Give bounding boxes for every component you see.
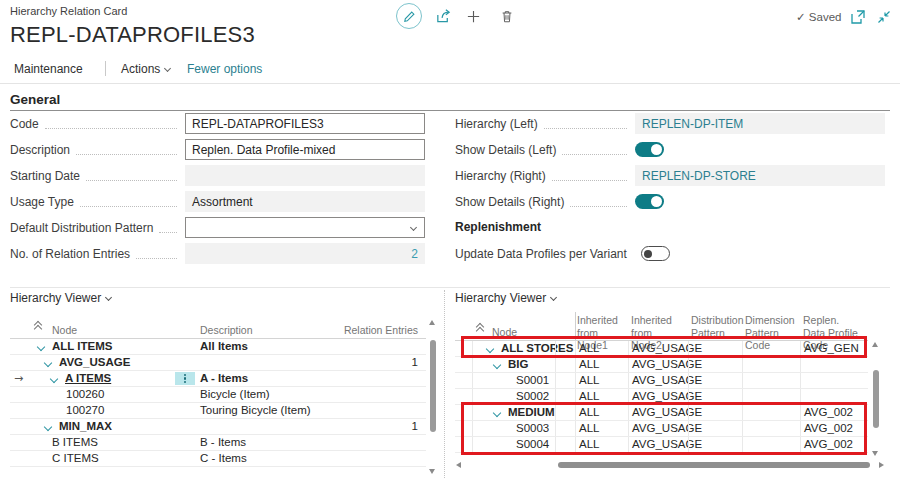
scroll-left-arrow[interactable]: [456, 462, 461, 468]
open-in-window-button[interactable]: [850, 9, 865, 24]
collapse-all-icon[interactable]: [34, 321, 44, 331]
share-icon: [435, 8, 452, 24]
tree-row-100270[interactable]: 100270 Touring Bicycle (Item): [10, 403, 426, 419]
section-divider: [10, 110, 890, 111]
show-details-right-toggle[interactable]: [635, 194, 664, 209]
collapse-page-button[interactable]: [876, 9, 891, 24]
save-status-label: Saved: [809, 11, 842, 23]
field-code: Code REPL-DATAPROFILES3: [10, 113, 425, 134]
page-title: REPL-DATAPROFILES3: [10, 22, 255, 48]
usage-type-field: Assortment: [185, 191, 425, 212]
field-relation-entries-label: No. of Relation Entries: [10, 247, 130, 261]
menu-actions[interactable]: Actions: [121, 62, 170, 76]
tree-row-min-max[interactable]: MIN_MAX 1: [10, 419, 426, 435]
tree-row-c-items[interactable]: C ITEMS C - Items: [10, 451, 426, 467]
scroll-down-arrow[interactable]: [429, 469, 435, 474]
field-description: Description Replen. Data Profile-mixed: [10, 139, 425, 160]
field-default-distribution-pattern: Default Distribution Pattern: [10, 217, 425, 238]
left-table-vscrollbar[interactable]: [429, 318, 437, 476]
col-node[interactable]: Node: [52, 324, 77, 337]
field-hierarchy-left: Hierarchy (Left) REPLEN-DP-ITEM: [455, 113, 885, 134]
scroll-down-arrow[interactable]: [872, 451, 878, 456]
field-show-details-right-label: Show Details (Right): [455, 195, 564, 209]
menu-fewer-options[interactable]: Fewer options: [187, 62, 262, 76]
update-profiles-toggle[interactable]: [641, 246, 670, 261]
right-table-vscrollbar[interactable]: [872, 340, 880, 458]
node-label: 100270: [66, 403, 104, 418]
menu-divider: [105, 61, 106, 76]
field-ddp-label: Default Distribution Pattern: [10, 221, 153, 235]
tree-row-all-items[interactable]: ALL ITEMS All Items: [10, 339, 426, 355]
subsection-replenishment: Replenishment: [455, 220, 541, 234]
tree-row-avg-usage[interactable]: AVG_USAGE 1: [10, 355, 426, 371]
dotted-leader: [552, 171, 627, 181]
collapse-all-icon[interactable]: [476, 323, 486, 333]
desc-label: All Items: [200, 339, 248, 354]
chevron-down-icon: [164, 65, 171, 72]
dotted-leader: [159, 223, 177, 233]
field-usage-type: Usage Type Assortment: [10, 191, 425, 212]
left-table-header: Node Description Relation Entries: [10, 308, 426, 339]
annotation-box-all-stores: [461, 336, 867, 358]
delete-button[interactable]: [499, 8, 515, 24]
default-distribution-pattern-select[interactable]: [185, 217, 425, 238]
row-context-menu-button[interactable]: [175, 372, 195, 385]
tree-row-big[interactable]: BIG ALL AVG_USAGE: [455, 357, 868, 373]
field-update-profiles: Update Data Profiles per Variant: [455, 243, 885, 264]
collapse-arrows-icon: [877, 10, 891, 24]
node-label: S0001: [516, 373, 549, 388]
plus-icon: [466, 9, 481, 24]
left-hierarchy-table: Node Description Relation Entries ALL IT…: [10, 308, 426, 467]
inherited-node2-value: AVG_USAGE: [632, 373, 702, 388]
desc-label: C - Items: [200, 451, 247, 466]
tree-row-s0001[interactable]: S0001 ALL AVG_USAGE: [455, 373, 868, 389]
field-hierarchy-right: Hierarchy (Right) REPLEN-DP-STORE: [455, 165, 885, 186]
right-viewer-title[interactable]: Hierarchy Viewer: [455, 291, 556, 305]
share-button[interactable]: [434, 7, 452, 25]
node-label: B ITEMS: [52, 435, 98, 450]
relation-entries-value[interactable]: 2: [185, 243, 425, 264]
dotted-leader: [544, 119, 627, 129]
breadcrumb[interactable]: Hierarchy Relation Card: [10, 5, 127, 17]
chevron-down-icon: [44, 359, 52, 367]
code-input[interactable]: REPL-DATAPROFILES3: [185, 113, 425, 134]
right-table-hscrollbar[interactable]: [455, 461, 885, 470]
node-label: ALL ITEMS: [52, 339, 112, 354]
col-description[interactable]: Description: [200, 324, 253, 337]
tree-row-b-items[interactable]: B ITEMS B - Items: [10, 435, 426, 451]
node-label: AVG_USAGE: [59, 355, 130, 370]
description-input[interactable]: Replen. Data Profile-mixed: [185, 139, 425, 160]
field-starting-date: Starting Date: [10, 165, 425, 186]
scroll-up-arrow[interactable]: [872, 342, 878, 347]
scroll-up-arrow[interactable]: [429, 320, 435, 325]
tree-row-100260[interactable]: 100260 Bicycle (Item): [10, 387, 426, 403]
current-row-arrow-icon: →: [14, 371, 23, 386]
field-show-details-left-label: Show Details (Left): [455, 143, 556, 157]
section-title-general[interactable]: General: [10, 92, 60, 107]
hierarchy-right-link[interactable]: REPLEN-DP-STORE: [635, 165, 885, 186]
new-button[interactable]: [465, 8, 481, 24]
hierarchy-left-link[interactable]: REPLEN-DP-ITEM: [635, 113, 885, 134]
menu-maintenance[interactable]: Maintenance: [14, 62, 83, 76]
desc-label: Bicycle (Item): [200, 387, 270, 402]
show-details-left-toggle[interactable]: [635, 142, 664, 157]
node-label: C ITEMS: [52, 451, 99, 466]
tree-row-a-items-selected[interactable]: → A ITEMS A - Items: [10, 371, 426, 387]
part-divider: [10, 287, 890, 288]
chevron-down-icon: [105, 294, 112, 301]
dotted-leader: [80, 197, 177, 207]
hierarchy-relation-card-page: Hierarchy Relation Card REPL-DATAPROFILE…: [0, 0, 900, 480]
col-relation-entries[interactable]: Relation Entries: [344, 324, 418, 337]
scrollbar-thumb[interactable]: [558, 462, 870, 468]
pane-splitter[interactable]: [444, 290, 445, 478]
chevron-down-icon: [44, 423, 52, 431]
scrollbar-thumb[interactable]: [430, 340, 436, 432]
field-hierarchy-left-label: Hierarchy (Left): [455, 117, 538, 131]
dotted-leader: [136, 249, 177, 259]
chevron-down-icon: [550, 294, 557, 301]
scrollbar-thumb[interactable]: [873, 370, 879, 428]
scroll-right-arrow[interactable]: [879, 462, 884, 468]
node-label: MIN_MAX: [59, 419, 112, 434]
edit-button[interactable]: [396, 3, 422, 29]
left-viewer-title[interactable]: Hierarchy Viewer: [10, 291, 111, 305]
